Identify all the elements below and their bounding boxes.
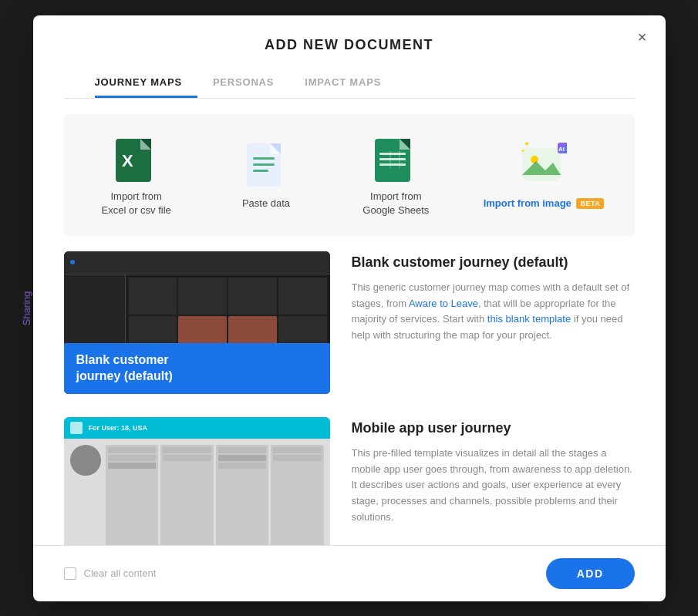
mobile-cell bbox=[218, 447, 267, 453]
mobile-cell bbox=[218, 455, 267, 461]
blank-journey-thumb-label: Blank customerjourney (default) bbox=[64, 343, 330, 394]
svg-text:AI: AI bbox=[558, 146, 565, 153]
thumb-cell bbox=[129, 278, 177, 315]
thumb-cell bbox=[278, 278, 327, 315]
template-thumb-mobile-journey: For User: 18, USA bbox=[64, 417, 330, 545]
svg-rect-13 bbox=[379, 153, 406, 155]
image-import-icon: AI ✦ ✦ bbox=[521, 141, 567, 187]
modal-title: ADD NEW DOCUMENT bbox=[64, 37, 635, 53]
svg-rect-7 bbox=[253, 157, 275, 160]
modal-body: X Import fromExcel or csv file bbox=[33, 99, 666, 545]
paste-icon bbox=[247, 140, 285, 188]
excel-import-label: Import fromExcel or csv file bbox=[102, 190, 171, 217]
svg-rect-8 bbox=[253, 163, 275, 166]
mobile-cell bbox=[108, 455, 157, 461]
svg-rect-18 bbox=[522, 147, 561, 181]
tab-impact-maps[interactable]: IMPACT MAPS bbox=[305, 69, 396, 98]
mobile-cell bbox=[163, 455, 211, 461]
mobile-columns bbox=[106, 445, 324, 545]
thumb-cell bbox=[178, 278, 227, 315]
import-sheets-option[interactable]: Import fromGoogle Sheets bbox=[353, 133, 438, 217]
mobile-header: For User: 18, USA bbox=[64, 417, 330, 439]
import-options-section: X Import fromExcel or csv file bbox=[64, 114, 635, 236]
template-desc-blank-journey: This generic customer journey map comes … bbox=[352, 280, 635, 344]
template-card-blank-journey[interactable]: Blank customerjourney (default) Blank cu… bbox=[64, 251, 635, 394]
svg-text:X: X bbox=[122, 151, 133, 170]
mobile-cell bbox=[273, 455, 322, 461]
mobile-cell bbox=[108, 463, 157, 469]
mobile-col bbox=[271, 445, 324, 545]
sheets-icon bbox=[375, 133, 416, 182]
beta-badge: BETA bbox=[576, 198, 604, 209]
mobile-thumb: For User: 18, USA bbox=[64, 417, 330, 545]
mobile-cell bbox=[163, 447, 211, 453]
clear-all-content-control[interactable]: Clear all content bbox=[64, 567, 157, 580]
template-desc-mobile-journey: This pre-filled template visualizes in d… bbox=[352, 446, 635, 526]
svg-text:✦: ✦ bbox=[524, 141, 530, 148]
mobile-col bbox=[216, 445, 269, 545]
add-button[interactable]: ADD bbox=[546, 558, 635, 589]
mobile-avatar bbox=[70, 445, 101, 476]
modal-header: ADD NEW DOCUMENT × JOURNEY MAPS PERSONAS… bbox=[33, 15, 666, 99]
thumb-cell bbox=[228, 278, 277, 315]
excel-icon: X bbox=[116, 133, 157, 182]
mobile-col bbox=[106, 445, 159, 545]
image-import-label: Import from image BETA bbox=[484, 197, 605, 210]
import-paste-option[interactable]: Paste data bbox=[224, 140, 309, 210]
svg-rect-14 bbox=[379, 158, 406, 160]
sheets-icon-wrap bbox=[371, 133, 420, 182]
image-import-icon-wrap: AI ✦ ✦ bbox=[519, 140, 568, 189]
sheets-import-label: Import fromGoogle Sheets bbox=[362, 190, 429, 217]
template-card-mobile-journey[interactable]: For User: 18, USA bbox=[64, 417, 635, 545]
paste-import-label: Paste data bbox=[242, 197, 290, 210]
excel-icon-wrap: X bbox=[112, 133, 161, 182]
thumb-header bbox=[64, 251, 330, 274]
template-info-blank-journey: Blank customer journey (default) This ge… bbox=[352, 251, 635, 394]
add-document-modal: ADD NEW DOCUMENT × JOURNEY MAPS PERSONAS… bbox=[33, 15, 666, 601]
clear-checkbox[interactable] bbox=[64, 567, 76, 580]
tab-personas[interactable]: PERSONAS bbox=[213, 69, 289, 98]
template-title-mobile-journey: Mobile app user journey bbox=[352, 420, 635, 436]
import-excel-option[interactable]: X Import fromExcel or csv file bbox=[94, 133, 179, 217]
modal-footer: Clear all content ADD bbox=[33, 545, 666, 601]
mobile-col bbox=[160, 445, 214, 545]
clear-label: Clear all content bbox=[84, 567, 157, 579]
mobile-cell bbox=[218, 463, 267, 469]
mobile-header-icon bbox=[70, 422, 83, 434]
template-title-blank-journey: Blank customer journey (default) bbox=[352, 254, 635, 271]
template-thumb-blank-journey: Blank customerjourney (default) bbox=[64, 251, 330, 394]
import-image-option[interactable]: AI ✦ ✦ Import from image BETA bbox=[484, 140, 605, 210]
mobile-content-area bbox=[64, 439, 330, 545]
background-text: Sharing bbox=[21, 291, 32, 325]
svg-rect-15 bbox=[379, 163, 406, 166]
thumb-dot bbox=[70, 260, 75, 264]
mobile-cell bbox=[273, 447, 322, 453]
svg-rect-9 bbox=[253, 170, 268, 172]
close-button[interactable]: × bbox=[638, 29, 647, 45]
mobile-cell bbox=[108, 447, 157, 453]
template-info-mobile-journey: Mobile app user journey This pre-filled … bbox=[352, 417, 635, 545]
mobile-header-text: For User: 18, USA bbox=[89, 424, 148, 432]
tab-journey-maps[interactable]: JOURNEY MAPS bbox=[95, 69, 197, 98]
paste-icon-wrap bbox=[241, 140, 291, 189]
svg-text:✦: ✦ bbox=[521, 148, 525, 153]
tab-bar: JOURNEY MAPS PERSONAS IMPACT MAPS bbox=[64, 69, 635, 99]
